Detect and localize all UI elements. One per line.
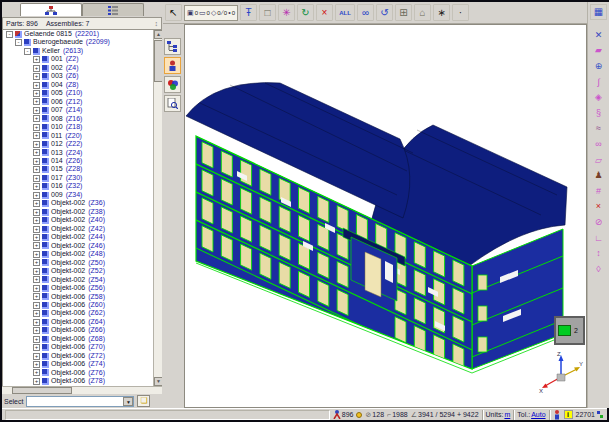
- scroll-down-icon[interactable]: ▼: [154, 377, 162, 386]
- expand-toggle-icon[interactable]: +: [33, 175, 40, 182]
- part-mark-tool[interactable]: ♟: [590, 167, 607, 183]
- expand-toggle-icon[interactable]: +: [33, 149, 40, 156]
- wave-dim-tool[interactable]: ≈: [590, 121, 607, 137]
- selection-filter-combo[interactable]: ▼: [26, 396, 134, 407]
- level-mark-tool[interactable]: ▰: [590, 43, 607, 59]
- expand-toggle-icon[interactable]: +: [33, 378, 40, 385]
- tree-item[interactable]: + Objekt-006 (Z74): [4, 360, 153, 368]
- select-tool[interactable]: ↖: [165, 4, 182, 21]
- angle-dim-tool[interactable]: ⊘: [590, 214, 607, 230]
- expand-toggle-icon[interactable]: +: [33, 56, 40, 63]
- expand-toggle-icon[interactable]: +: [33, 293, 40, 300]
- tree-item[interactable]: + 013 (Z24): [4, 149, 153, 157]
- paint-tool[interactable]: ✳: [278, 4, 295, 21]
- expand-toggle-icon[interactable]: +: [33, 82, 40, 89]
- expand-toggle-icon[interactable]: +: [33, 166, 40, 173]
- expand-toggle-icon[interactable]: +: [33, 107, 40, 114]
- perp-dim-tool[interactable]: ∟: [590, 230, 607, 246]
- ortho-dim-tool[interactable]: ◈: [590, 89, 607, 105]
- expand-toggle-icon[interactable]: +: [33, 361, 40, 368]
- section-mark-tool[interactable]: §: [590, 105, 607, 121]
- tree-item[interactable]: + Objekt-002 (Z52): [4, 267, 153, 275]
- tree-item[interactable]: + Objekt-006 (Z58): [4, 293, 153, 301]
- expand-toggle-icon[interactable]: +: [33, 192, 40, 199]
- tree-item[interactable]: - Buerogebaeude (22099): [4, 38, 153, 46]
- fit-by-points-tool[interactable]: Ŧ: [240, 4, 257, 21]
- colors-tool[interactable]: [164, 76, 181, 93]
- expand-toggle-icon[interactable]: +: [33, 217, 40, 224]
- tree-item[interactable]: + 014 (Z26): [4, 157, 153, 165]
- burst-tool[interactable]: ∗: [433, 4, 450, 21]
- delete-tool[interactable]: ×: [316, 4, 333, 21]
- expand-toggle-icon[interactable]: +: [33, 302, 40, 309]
- expand-toggle-icon[interactable]: +: [33, 310, 40, 317]
- new-drawing-tool[interactable]: □: [259, 4, 276, 21]
- expand-toggle-icon[interactable]: +: [33, 327, 40, 334]
- user-icon[interactable]: [553, 410, 561, 420]
- scrollbar-thumb[interactable]: [12, 387, 72, 394]
- link-tool[interactable]: ∞: [357, 4, 374, 21]
- expand-toggle-icon[interactable]: +: [33, 319, 40, 326]
- polygon-tool[interactable]: ⌂: [414, 4, 431, 21]
- expand-toggle-icon[interactable]: -: [24, 48, 31, 55]
- tree-item[interactable]: + Objekt-002 (Z46): [4, 242, 153, 250]
- tree-item[interactable]: + Objekt-002 (Z48): [4, 250, 153, 258]
- expand-toggle-icon[interactable]: +: [33, 234, 40, 241]
- expand-toggle-icon[interactable]: +: [33, 90, 40, 97]
- tree-item[interactable]: + 011 (Z20): [4, 132, 153, 140]
- snap-setting-1[interactable]: ▣0: [187, 9, 198, 17]
- new-filter-button[interactable]: ❏: [137, 395, 150, 407]
- tree-item[interactable]: + Objekt-002 (Z38): [4, 208, 153, 216]
- pin-icon[interactable]: ↕: [155, 20, 159, 27]
- expand-toggle-icon[interactable]: +: [33, 158, 40, 165]
- tree-item[interactable]: + 003 (Z6): [4, 72, 153, 80]
- scroll-up-icon[interactable]: ▲: [154, 30, 162, 39]
- tree-item[interactable]: + Objekt-006 (Z76): [4, 369, 153, 377]
- expand-toggle-icon[interactable]: +: [33, 344, 40, 351]
- tree-item[interactable]: + 004 (Z8): [4, 81, 153, 89]
- tree-horizontal-scrollbar[interactable]: [2, 386, 162, 394]
- tree-item[interactable]: - Keller (2613): [4, 47, 153, 55]
- model-canvas[interactable]: Z X Y 2: [184, 24, 587, 408]
- tree-item[interactable]: + 001 (Z2): [4, 55, 153, 63]
- copy-tool[interactable]: ⊞: [395, 4, 412, 21]
- tree-item[interactable]: + Objekt-006 (Z78): [4, 377, 153, 385]
- tree-item[interactable]: + 017 (Z30): [4, 174, 153, 182]
- tree-item[interactable]: + Objekt-006 (Z60): [4, 301, 153, 309]
- expand-toggle-icon[interactable]: +: [33, 200, 40, 207]
- expand-toggle-icon[interactable]: +: [33, 98, 40, 105]
- tree-vertical-scrollbar[interactable]: ▲ ▼: [153, 30, 162, 386]
- scrollbar-thumb[interactable]: [154, 40, 162, 82]
- tree-item[interactable]: + Objekt-006 (Z68): [4, 335, 153, 343]
- rotate-tool[interactable]: ↺: [376, 4, 393, 21]
- height-dim-tool[interactable]: ↕: [590, 245, 607, 261]
- expand-toggle-icon[interactable]: +: [33, 336, 40, 343]
- snap-setting-3[interactable]: ◇0: [211, 9, 221, 17]
- expand-toggle-icon[interactable]: +: [33, 132, 40, 139]
- tree-item[interactable]: + Objekt-006 (Z64): [4, 318, 153, 326]
- tree-item[interactable]: + Objekt-006 (Z66): [4, 326, 153, 334]
- tree-item[interactable]: + 010 (Z18): [4, 123, 153, 131]
- tree-item[interactable]: + Objekt-002 (Z42): [4, 225, 153, 233]
- tree-item[interactable]: + 002 (Z4): [4, 64, 153, 72]
- tree-item[interactable]: + 006 (Z12): [4, 98, 153, 106]
- tree-item[interactable]: + 005 (Z10): [4, 89, 153, 97]
- tree-item[interactable]: + Objekt-006 (Z72): [4, 352, 153, 360]
- tree-item[interactable]: + Objekt-002 (Z44): [4, 233, 153, 241]
- zoom-print-tool[interactable]: [164, 95, 181, 112]
- grid-dim-tool[interactable]: #: [590, 183, 607, 199]
- expand-toggle-icon[interactable]: +: [33, 353, 40, 360]
- dimension-tool[interactable]: ✕: [590, 27, 607, 43]
- expand-toggle-icon[interactable]: +: [33, 115, 40, 122]
- tree-item[interactable]: + 012 (Z22): [4, 140, 153, 148]
- radius-dim-tool[interactable]: ∞: [590, 136, 607, 152]
- expand-toggle-icon[interactable]: +: [33, 276, 40, 283]
- snap-setting-2[interactable]: ▭0: [199, 9, 210, 17]
- expand-toggle-icon[interactable]: +: [33, 209, 40, 216]
- chevron-down-icon[interactable]: ▼: [123, 397, 133, 406]
- expand-toggle-icon[interactable]: -: [6, 31, 13, 38]
- expand-toggle-icon[interactable]: +: [33, 124, 40, 131]
- snap-setting-5[interactable]: •0: [228, 9, 235, 16]
- redraw-tool[interactable]: ↻: [297, 4, 314, 21]
- grid-tool[interactable]: ▦: [590, 4, 607, 20]
